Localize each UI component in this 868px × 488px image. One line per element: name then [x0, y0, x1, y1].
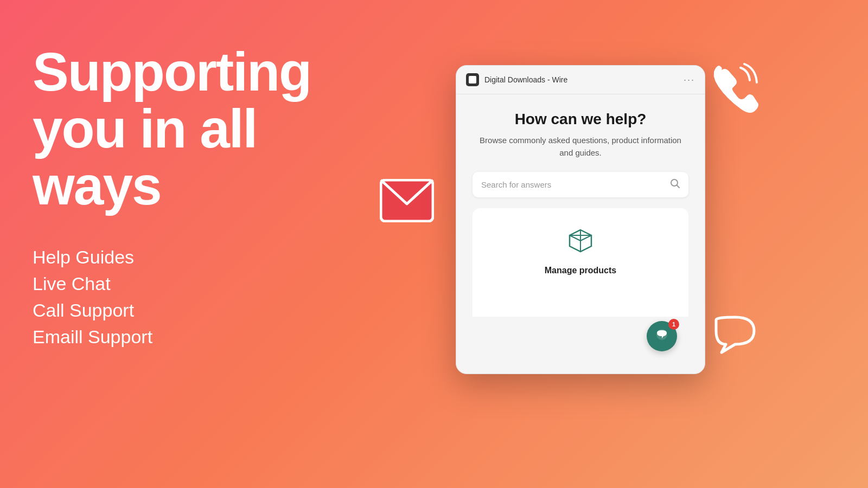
nav-link-live-chat[interactable]: Live Chat — [33, 273, 347, 294]
chat-badge: 1 — [668, 319, 679, 330]
product-icon-box — [564, 224, 597, 257]
main-heading: Supporting you in all ways — [33, 43, 347, 214]
app-icon — [466, 73, 479, 86]
svg-line-2 — [677, 185, 679, 188]
product-card-area: Manage products — [473, 208, 688, 317]
speech-bubble-icon — [711, 314, 760, 365]
browser-titlebar: Digital Downloads - Wire ··· — [456, 66, 705, 94]
search-icon — [670, 178, 680, 191]
help-heading: How can we help? — [473, 111, 688, 128]
envelope-icon — [380, 179, 434, 224]
search-bar[interactable]: Search for answers — [473, 172, 688, 197]
nav-link-help-guides[interactable]: Help Guides — [33, 247, 347, 268]
app-icon-inner — [469, 76, 476, 84]
browser-title-text: Digital Downloads - Wire — [484, 75, 567, 84]
browser-menu-dots[interactable]: ··· — [684, 74, 695, 86]
heading-line3: ways — [33, 155, 161, 216]
product-label: Manage products — [545, 266, 616, 275]
chat-widget[interactable]: 1 — [647, 321, 677, 351]
svg-line-6 — [570, 235, 580, 241]
nav-link-email-support[interactable]: Emaill Support — [33, 326, 347, 348]
svg-point-1 — [671, 179, 678, 186]
search-placeholder-text: Search for answers — [481, 180, 665, 189]
heading-line1: Supporting — [33, 41, 311, 102]
nav-links: Help Guides Live Chat Call Support Email… — [33, 247, 347, 348]
heading-line2: you in all — [33, 98, 257, 159]
nav-link-call-support[interactable]: Call Support — [33, 300, 347, 321]
help-subtext: Browse commonly asked questions, product… — [473, 134, 688, 159]
svg-line-7 — [580, 235, 591, 241]
chat-bubble-icon — [655, 328, 669, 345]
chat-bubble-circle[interactable]: 1 — [647, 321, 677, 351]
left-section: Supporting you in all ways Help Guides L… — [33, 43, 347, 348]
browser-title-left: Digital Downloads - Wire — [466, 73, 567, 86]
phone-ringing-icon — [705, 60, 760, 116]
